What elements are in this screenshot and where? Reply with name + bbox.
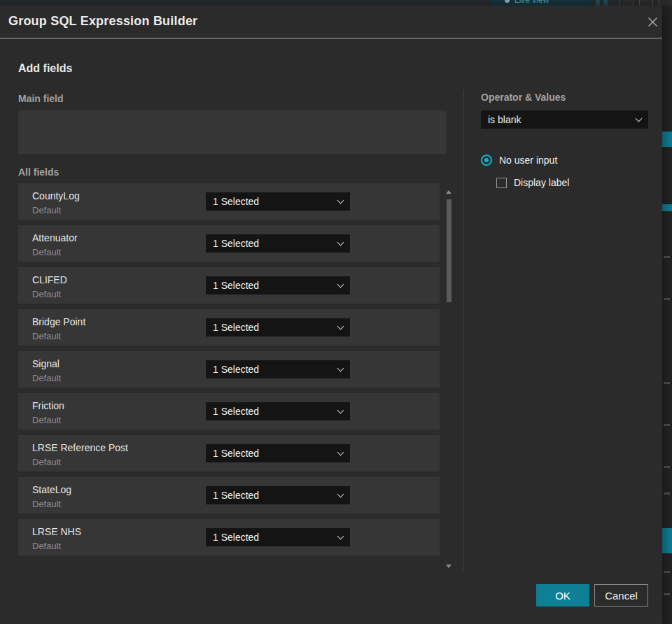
dialog-header: Group SQL Expression Builder	[0, 6, 662, 38]
background-highlight-fragment	[662, 132, 672, 147]
live-view-dot-icon	[505, 0, 510, 3]
field-selected-dropdown[interactable]: 1 Selected	[206, 486, 350, 504]
chevron-down-icon	[636, 115, 643, 122]
operator-values-label: Operator & Values	[481, 92, 566, 103]
field-selected-value: 1 Selected	[213, 280, 259, 291]
background-text-fragment	[664, 256, 670, 258]
add-fields-heading: Add fields	[18, 62, 72, 75]
field-selected-dropdown[interactable]: 1 Selected	[206, 318, 350, 336]
field-subtitle: Default	[32, 205, 61, 215]
field-row-lrse-reference-post[interactable]: LRSE Reference Post Default 1 Selected	[18, 435, 440, 471]
background-icon-fragment	[620, 0, 634, 6]
field-name: CountyLog	[32, 190, 80, 201]
background-text-fragment	[664, 424, 670, 426]
field-name: CLIFED	[32, 274, 67, 285]
group-sql-expression-builder-dialog: Group SQL Expression Builder Add fields …	[0, 6, 662, 624]
main-field-label: Main field	[18, 93, 64, 104]
field-selected-dropdown[interactable]: 1 Selected	[206, 444, 350, 462]
field-subtitle: Default	[32, 499, 61, 509]
field-name: Friction	[32, 400, 64, 411]
field-row-signal[interactable]: Signal Default 1 Selected	[18, 351, 440, 388]
background-text-fragment	[664, 593, 670, 595]
field-subtitle: Default	[32, 247, 61, 257]
radio-selected-icon	[481, 155, 492, 166]
scrollbar-down-arrow-icon[interactable]	[446, 565, 451, 568]
chevron-down-icon	[337, 197, 344, 204]
ok-button[interactable]: OK	[536, 584, 589, 607]
field-selected-dropdown[interactable]: 1 Selected	[206, 192, 350, 211]
background-text-fragment	[664, 298, 670, 300]
field-selected-value: 1 Selected	[213, 532, 259, 543]
field-selected-dropdown[interactable]: 1 Selected	[206, 276, 350, 295]
chevron-down-icon	[337, 491, 344, 498]
all-fields-label: All fields	[18, 166, 59, 178]
background-text-fragment	[664, 466, 670, 468]
field-name: LRSE Reference Post	[32, 442, 128, 453]
field-name: Bridge Point	[32, 316, 85, 327]
main-field-container: CountyLog | Default To Date	[18, 111, 447, 154]
background-icon-fragment	[639, 0, 653, 6]
field-subtitle: Default	[32, 541, 61, 551]
field-subtitle: Default	[32, 457, 61, 467]
live-view-toggle: Live view	[492, 0, 592, 6]
checkbox-label: Display label	[514, 177, 569, 188]
field-row-clifed[interactable]: CLIFED Default 1 Selected	[18, 267, 440, 304]
background-icon-fragment	[603, 0, 608, 6]
field-selected-dropdown[interactable]: 1 Selected	[206, 528, 350, 546]
field-name: StateLog	[32, 484, 71, 495]
chevron-down-icon	[337, 239, 344, 246]
field-subtitle: Default	[32, 289, 61, 299]
field-selected-value: 1 Selected	[213, 364, 259, 375]
background-highlight-fragment	[662, 204, 672, 211]
close-icon	[648, 17, 658, 27]
background-panel-sliver	[662, 39, 672, 624]
close-button[interactable]	[643, 11, 662, 32]
background-highlight-fragment	[662, 528, 672, 553]
background-text-fragment	[664, 492, 670, 495]
field-name: LRSE NHS	[32, 526, 81, 537]
field-selected-value: 1 Selected	[213, 238, 259, 249]
field-selected-dropdown[interactable]: 1 Selected	[206, 402, 350, 420]
field-subtitle: Default	[32, 331, 61, 341]
panel-divider	[463, 90, 464, 571]
screen: Live view Group SQL Expression Builder	[0, 0, 672, 624]
chevron-down-icon	[337, 323, 344, 330]
field-row-countylog[interactable]: CountyLog Default 1 Selected	[18, 183, 440, 220]
scrollbar-up-arrow-icon[interactable]	[446, 190, 451, 194]
no-user-input-radio[interactable]: No user input	[481, 155, 557, 166]
field-row-statelog[interactable]: StateLog Default 1 Selected	[18, 477, 440, 513]
chevron-down-icon	[337, 449, 344, 456]
field-name: Signal	[32, 358, 59, 369]
field-row-lrse-nhs[interactable]: LRSE NHS Default 1 Selected	[18, 519, 440, 555]
chevron-down-icon	[337, 407, 344, 414]
field-row-attenuator[interactable]: Attenuator Default 1 Selected	[18, 225, 440, 262]
cancel-button[interactable]: Cancel	[594, 584, 648, 607]
field-selected-value: 1 Selected	[213, 322, 259, 333]
checkbox-unchecked-icon	[496, 178, 507, 188]
field-selected-value: 1 Selected	[213, 196, 259, 207]
background-icon-fragment	[659, 0, 672, 6]
field-selected-value: 1 Selected	[213, 448, 259, 459]
field-row-bridge-point[interactable]: Bridge Point Default 1 Selected	[18, 309, 440, 346]
background-app-header: Live view	[0, 0, 672, 6]
chevron-down-icon	[337, 281, 344, 288]
field-subtitle: Default	[32, 415, 61, 425]
dialog-title: Group SQL Expression Builder	[8, 14, 197, 29]
display-label-checkbox[interactable]: Display label	[496, 177, 569, 188]
field-name: Attenuator	[32, 232, 78, 243]
scrollbar-thumb[interactable]	[447, 199, 451, 302]
field-selected-dropdown[interactable]: 1 Selected	[206, 360, 350, 378]
field-selected-value: 1 Selected	[213, 406, 259, 417]
live-view-label: Live view	[514, 0, 549, 5]
field-row-friction[interactable]: Friction Default 1 Selected	[18, 393, 440, 430]
chevron-down-icon	[337, 365, 344, 372]
operator-dropdown[interactable]: is blank	[481, 111, 648, 129]
background-text-fragment	[664, 382, 670, 384]
radio-label: No user input	[499, 155, 557, 166]
field-selected-value: 1 Selected	[213, 490, 259, 501]
background-icon-fragment	[596, 0, 600, 6]
field-selected-dropdown[interactable]: 1 Selected	[206, 234, 350, 253]
fields-scrollbar[interactable]	[446, 186, 452, 571]
chevron-down-icon	[337, 533, 344, 540]
operator-dropdown-value: is blank	[488, 114, 521, 125]
